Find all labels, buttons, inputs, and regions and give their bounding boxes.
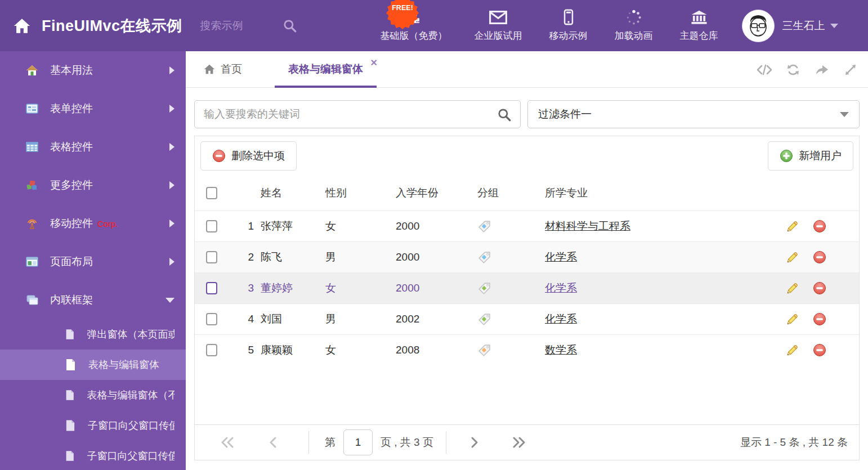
- edit-icon[interactable]: [786, 281, 799, 295]
- delete-icon[interactable]: [813, 220, 826, 233]
- edit-icon[interactable]: [786, 250, 799, 264]
- sidebar-item-basic-usage[interactable]: 基本用法: [0, 51, 186, 89]
- chevron-down-icon: [165, 298, 175, 303]
- sidebar-subitem-child-to-parent[interactable]: 子窗口向父窗口传值: [0, 410, 186, 441]
- file-icon: [65, 419, 75, 432]
- delete-icon[interactable]: [813, 343, 826, 357]
- cell-gender: 男: [319, 312, 389, 326]
- nav-enterprise-trial[interactable]: 企业版试用: [475, 9, 522, 42]
- bank-icon: [690, 9, 708, 26]
- row-number: 3: [229, 282, 254, 294]
- header-search[interactable]: 搜索示例: [200, 19, 313, 33]
- minus-circle-icon: [212, 149, 226, 163]
- column-header-major[interactable]: 所学专业: [538, 186, 786, 200]
- nav-theme-repo[interactable]: 主题仓库: [680, 9, 718, 42]
- column-header-gender[interactable]: 性别: [319, 186, 389, 200]
- major-link[interactable]: 化学系: [545, 281, 577, 296]
- row-checkbox[interactable]: [206, 251, 217, 263]
- table-row-selected[interactable]: 3 董婷婷 女 2000 化学系: [195, 272, 859, 303]
- sidebar-item-more-controls[interactable]: 更多控件: [0, 166, 186, 204]
- share-icon[interactable]: [814, 63, 830, 77]
- filter-dropdown[interactable]: 过滤条件一: [527, 100, 860, 128]
- nav-loading-animation[interactable]: 加载动画: [615, 9, 653, 42]
- file-icon: [65, 328, 75, 341]
- delete-selected-button[interactable]: 删除选中项: [200, 141, 297, 171]
- app-header: FineUIMvc在线示例 搜索示例 FREE! 基础版（免费） 企业版试用 移…: [0, 0, 868, 51]
- source-code-icon[interactable]: [757, 63, 772, 77]
- prev-page-button[interactable]: [269, 436, 278, 449]
- table-row[interactable]: 5 康颖颖 女 2008 数学系: [195, 334, 859, 365]
- tab-home[interactable]: 首页: [203, 62, 242, 77]
- last-page-button[interactable]: [512, 436, 526, 449]
- chevron-right-icon: [169, 220, 175, 227]
- cell-year: 2000: [389, 282, 471, 294]
- expand-icon[interactable]: [843, 63, 858, 77]
- sidebar-subitem-popup-window[interactable]: 弹出窗体（本页面或...: [0, 319, 186, 350]
- select-all-checkbox[interactable]: [206, 187, 217, 199]
- frames-icon: [25, 293, 39, 307]
- nav-mobile-demo[interactable]: 移动示例: [549, 9, 588, 42]
- cell-gender: 女: [319, 219, 389, 234]
- sidebar-subitem-grid-edit-window[interactable]: 表格与编辑窗体: [0, 350, 186, 380]
- table-row[interactable]: 4 刘国 男 2002 化学系: [195, 303, 859, 334]
- table-empty-space: [195, 365, 859, 424]
- tag-icon: [477, 343, 491, 357]
- major-link[interactable]: 材料科学与工程系: [545, 219, 630, 234]
- major-link[interactable]: 数学系: [545, 343, 577, 357]
- next-page-button[interactable]: [470, 436, 479, 449]
- grid-panel: 删除选中项 新增用户 姓名 性别 入学年份 分组 所学专业 1: [194, 136, 860, 460]
- chevron-right-icon: [169, 66, 175, 74]
- row-checkbox[interactable]: [206, 313, 217, 325]
- row-checkbox[interactable]: [206, 344, 217, 356]
- sidebar-item-iframe[interactable]: 内联框架: [0, 281, 186, 319]
- keyword-search-input[interactable]: [194, 100, 521, 128]
- chevron-right-icon: [169, 181, 175, 189]
- column-header-name[interactable]: 姓名: [254, 186, 319, 200]
- page-number-input[interactable]: [343, 429, 373, 455]
- delete-icon[interactable]: [813, 312, 826, 326]
- edit-icon[interactable]: [786, 220, 799, 233]
- file-icon: [65, 449, 75, 463]
- tab-grid-edit-window[interactable]: 表格与编辑窗体 ✕: [275, 51, 377, 88]
- major-link[interactable]: 化学系: [545, 312, 577, 326]
- tag-icon: [477, 220, 491, 234]
- sidebar-subitem-grid-edit-window-2[interactable]: 表格与编辑窗体（不...: [0, 380, 186, 410]
- blocks-icon: [25, 178, 39, 192]
- table-row[interactable]: 1 张萍萍 女 2000 材料科学与工程系: [195, 211, 859, 241]
- chevron-right-icon: [169, 105, 175, 113]
- cell-year: 2000: [389, 251, 471, 263]
- avatar[interactable]: [742, 10, 775, 42]
- table-row[interactable]: 2 陈飞 男 2000 化学系: [195, 241, 859, 272]
- delete-icon[interactable]: [813, 250, 826, 264]
- search-icon[interactable]: [497, 108, 512, 122]
- edit-icon[interactable]: [786, 343, 799, 357]
- sidebar-item-page-layout[interactable]: 页面布局: [0, 243, 186, 281]
- tab-tools: [757, 51, 858, 88]
- nav-label: 基础版（免费）: [381, 29, 448, 42]
- sidebar-item-grid-controls[interactable]: 表格控件: [0, 128, 186, 166]
- chevron-right-icon: [169, 258, 175, 266]
- search-icon[interactable]: [283, 19, 297, 33]
- sidebar-item-form-controls[interactable]: 表单控件: [0, 89, 186, 128]
- nav-label: 企业版试用: [475, 29, 522, 42]
- sidebar-item-mobile-controls[interactable]: 移动控件 Corp.: [0, 204, 186, 243]
- delete-icon[interactable]: [813, 281, 826, 295]
- envelope-icon: [489, 9, 508, 26]
- antenna-icon: [25, 217, 39, 230]
- column-header-group[interactable]: 分组: [471, 186, 538, 200]
- user-name: 三生石上: [782, 19, 825, 33]
- close-icon[interactable]: ✕: [370, 59, 378, 68]
- column-header-year[interactable]: 入学年份: [389, 186, 471, 200]
- row-checkbox[interactable]: [206, 220, 217, 232]
- edit-icon[interactable]: [786, 312, 799, 326]
- app-home-icon[interactable]: [12, 16, 32, 35]
- refresh-icon[interactable]: [786, 63, 800, 77]
- sidebar-subitem-child-to-parent-2[interactable]: 子窗口向父窗口传值...: [0, 441, 186, 470]
- first-page-button[interactable]: [220, 436, 235, 449]
- row-checkbox[interactable]: [206, 282, 217, 294]
- major-link[interactable]: 化学系: [545, 250, 577, 265]
- file-icon: [65, 388, 75, 402]
- user-menu[interactable]: 三生石上: [742, 10, 838, 42]
- add-user-button[interactable]: 新增用户: [768, 141, 853, 171]
- plus-circle-icon: [780, 149, 793, 163]
